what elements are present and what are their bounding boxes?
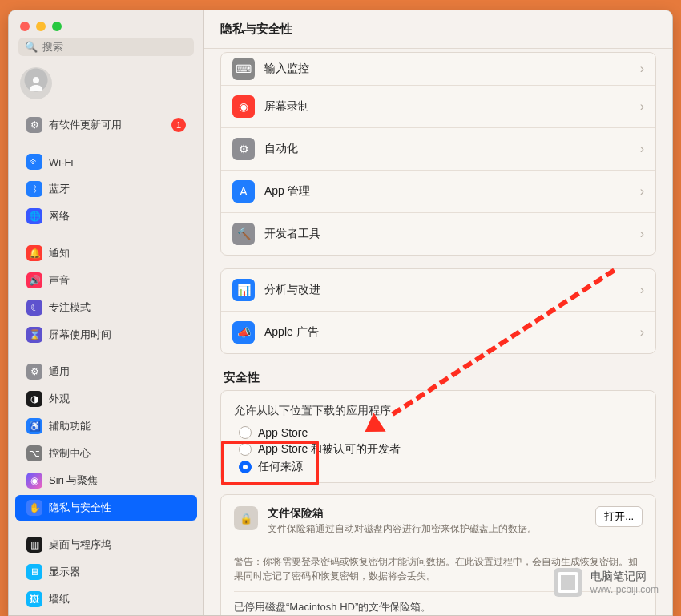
sidebar-group-notifications: 🔔 通知 🔊 声音 ☾ 专注模式 ⌛ 屏幕使用时间 xyxy=(9,239,203,349)
sidebar-item-label: 墙纸 xyxy=(49,592,186,606)
row-screen-recording[interactable]: ◉ 屏幕录制 › xyxy=(221,85,655,127)
sidebar: 🔍 ⚙ 有软件更新可用 1 ᯤ Wi-Fi ᛒ 蓝牙 xyxy=(9,10,204,615)
window-controls xyxy=(9,10,203,38)
search-icon: 🔍 xyxy=(25,42,38,52)
row-input-monitoring[interactable]: ⌨ 输入监控 › xyxy=(221,53,655,85)
sidebar-item-screensaver[interactable]: ◧ 屏幕保护程序 xyxy=(15,614,197,615)
title-text: 隐私与安全性 xyxy=(220,22,292,37)
sidebar-item-accessibility[interactable]: ♿ 辅助功能 xyxy=(15,413,197,439)
close-icon[interactable] xyxy=(20,22,30,31)
chevron-right-icon: › xyxy=(640,184,644,199)
radio-app-store[interactable]: App Store xyxy=(239,425,643,441)
sidebar-item-label: 通用 xyxy=(49,364,186,379)
row-apple-ads[interactable]: 📣 Apple 广告 › xyxy=(221,311,655,353)
watermark-line1: 电脑笔记网 xyxy=(590,570,659,584)
record-icon: ◉ xyxy=(232,95,255,118)
sidebar-item-label: 专注模式 xyxy=(49,300,186,315)
sidebar-item-label: 外观 xyxy=(49,392,186,406)
filevault-panel: 🔒 文件保险箱 文件保险箱通过自动对磁盘内容进行加密来保护磁盘上的数据。 打开.… xyxy=(220,494,656,615)
automation-icon: ⚙ xyxy=(232,138,255,160)
row-developer-tools[interactable]: 🔨 开发者工具 › xyxy=(221,212,655,255)
sidebar-item-label: 蓝牙 xyxy=(49,182,186,196)
siri-icon: ◉ xyxy=(26,473,42,489)
settings-window: 🔍 ⚙ 有软件更新可用 1 ᯤ Wi-Fi ᛒ 蓝牙 xyxy=(8,10,673,616)
radio-label: App Store xyxy=(258,426,308,439)
sidebar-item-privacy-security[interactable]: ✋ 隐私与安全性 xyxy=(15,495,197,521)
sidebar-item-displays[interactable]: 🖥 显示器 xyxy=(15,559,197,585)
radio-anywhere[interactable]: 任何来源 xyxy=(239,458,643,476)
zoom-icon[interactable] xyxy=(52,22,62,31)
radio-icon xyxy=(239,426,252,439)
sliders-icon: ⌥ xyxy=(26,445,42,461)
bell-icon: 🔔 xyxy=(26,245,42,261)
sidebar-item-label: 通知 xyxy=(49,246,186,260)
row-automation[interactable]: ⚙ 自动化 › xyxy=(221,127,655,170)
sidebar-item-dock[interactable]: ▥ 桌面与程序坞 xyxy=(15,532,197,558)
sidebar-item-network[interactable]: 🌐 网络 xyxy=(15,203,197,229)
hourglass-icon: ⌛ xyxy=(26,327,42,343)
sidebar-item-wallpaper[interactable]: 🖼 墙纸 xyxy=(15,586,197,612)
row-label: 输入监控 xyxy=(264,62,631,76)
search-input[interactable] xyxy=(42,41,187,53)
sidebar-item-label: Siri 与聚焦 xyxy=(49,473,186,488)
sidebar-item-label: 桌面与程序坞 xyxy=(49,537,186,552)
chevron-right-icon: › xyxy=(640,99,644,114)
software-update-label: 有软件更新可用 xyxy=(49,118,122,132)
privacy-panel-2: 📊 分析与改进 › 📣 Apple 广告 › xyxy=(220,268,656,354)
radio-label: App Store 和被认可的开发者 xyxy=(258,442,401,457)
filevault-title: 文件保险箱 xyxy=(268,506,586,521)
watermark: 电脑笔记网 www. pcbiji.com xyxy=(554,568,659,597)
sidebar-item-sound[interactable]: 🔊 声音 xyxy=(15,268,197,293)
software-update-row[interactable]: ⚙ 有软件更新可用 1 xyxy=(15,112,197,138)
hammer-icon: 🔨 xyxy=(232,223,255,245)
row-label: 自动化 xyxy=(264,142,631,156)
allow-apps-panel: 允许从以下位置下载的应用程序 App Store App Store 和被认可的… xyxy=(220,390,656,483)
megaphone-icon: 📣 xyxy=(232,321,255,344)
wifi-icon: ᯤ xyxy=(26,154,42,170)
sidebar-item-label: 辅助功能 xyxy=(49,419,186,433)
chevron-right-icon: › xyxy=(640,325,644,340)
privacy-panel-1: ⌨ 输入监控 › ◉ 屏幕录制 › ⚙ 自动化 › A App 管理 › xyxy=(220,52,656,256)
app-icon: A xyxy=(232,180,255,203)
minimize-icon[interactable] xyxy=(36,22,46,31)
sidebar-item-notifications[interactable]: 🔔 通知 xyxy=(15,240,197,266)
filevault-open-button[interactable]: 打开... xyxy=(595,506,643,527)
radio-identified-developers[interactable]: App Store 和被认可的开发者 xyxy=(239,441,643,458)
page-title: 隐私与安全性 xyxy=(204,10,672,49)
display-icon: 🖥 xyxy=(26,564,42,580)
allow-apps-radio-group: App Store App Store 和被认可的开发者 任何来源 xyxy=(239,425,643,476)
gear-icon: ⚙ xyxy=(26,117,42,133)
update-badge: 1 xyxy=(171,118,186,132)
sidebar-item-focus[interactable]: ☾ 专注模式 xyxy=(15,295,197,320)
chevron-right-icon: › xyxy=(640,62,644,76)
row-label: 开发者工具 xyxy=(264,227,631,241)
appearance-icon: ◑ xyxy=(26,391,42,407)
allow-apps-title: 允许从以下位置下载的应用程序 xyxy=(234,404,643,418)
radio-icon xyxy=(239,461,252,473)
gear-icon: ⚙ xyxy=(26,364,42,380)
apple-id-profile[interactable] xyxy=(9,64,203,111)
sidebar-item-siri[interactable]: ◉ Siri 与聚焦 xyxy=(15,468,197,493)
watermark-line2: www. pcbiji.com xyxy=(590,584,659,595)
moon-icon: ☾ xyxy=(26,300,42,316)
radio-label: 任何来源 xyxy=(258,460,303,474)
scroll-area[interactable]: ⌨ 输入监控 › ◉ 屏幕录制 › ⚙ 自动化 › A App 管理 › xyxy=(204,49,672,615)
main-content: 隐私与安全性 ⌨ 输入监控 › ◉ 屏幕录制 › ⚙ 自动化 › xyxy=(204,10,672,615)
sidebar-item-label: 控制中心 xyxy=(49,446,186,461)
sidebar-item-label: 网络 xyxy=(49,209,186,223)
sidebar-item-label: Wi-Fi xyxy=(49,156,186,168)
hand-icon: ✋ xyxy=(26,500,42,516)
sidebar-item-appearance[interactable]: ◑ 外观 xyxy=(15,386,197,412)
sidebar-item-general[interactable]: ⚙ 通用 xyxy=(15,359,197,384)
sidebar-item-label: 屏幕使用时间 xyxy=(49,328,186,342)
sidebar-item-bluetooth[interactable]: ᛒ 蓝牙 xyxy=(15,176,197,202)
sidebar-item-wifi[interactable]: ᯤ Wi-Fi xyxy=(15,149,197,175)
sidebar-item-screentime[interactable]: ⌛ 屏幕使用时间 xyxy=(15,322,197,348)
sidebar-item-control-center[interactable]: ⌥ 控制中心 xyxy=(15,441,197,466)
row-analytics[interactable]: 📊 分析与改进 › xyxy=(221,269,655,311)
sidebar-item-label: 显示器 xyxy=(49,565,186,579)
row-app-management[interactable]: A App 管理 › xyxy=(221,170,655,212)
sidebar-item-label: 声音 xyxy=(49,273,186,288)
sidebar-group-desktop: ▥ 桌面与程序坞 🖥 显示器 🖼 墙纸 ◧ 屏幕保护程序 🔋 节能 xyxy=(9,530,203,615)
search-field[interactable]: 🔍 xyxy=(18,38,194,56)
